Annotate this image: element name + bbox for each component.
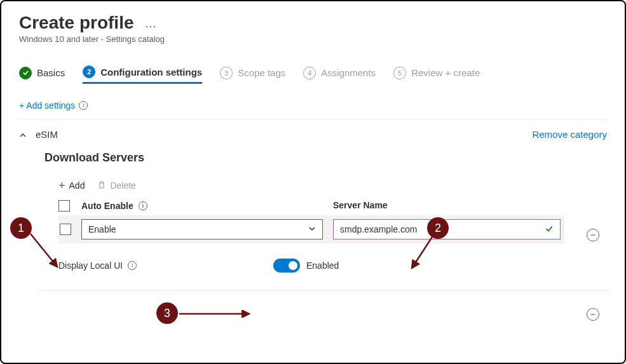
step-basics[interactable]: Basics (19, 67, 65, 79)
category-name: eSIM (36, 129, 58, 140)
more-options-icon[interactable]: ··· (145, 20, 156, 33)
trash-icon (97, 180, 106, 191)
delete-button[interactable]: Delete (97, 180, 135, 191)
check-icon (19, 67, 32, 79)
step-number: 3 (220, 67, 233, 79)
remove-category-link[interactable]: Remove category (532, 129, 607, 140)
step-assignments[interactable]: 4 Assignments (303, 67, 376, 79)
setting-display-local-ui-label: Display Local UI (58, 260, 123, 271)
column-server-name: Server Name (333, 200, 607, 212)
input-value: smdp.example.com (340, 224, 417, 234)
step-label: Review + create (411, 67, 480, 78)
chevron-down-icon (308, 225, 316, 234)
remove-setting-button[interactable] (587, 308, 599, 321)
svg-line-2 (31, 234, 57, 267)
annotation-badge-2: 2 (427, 217, 449, 239)
step-number: 5 (393, 67, 406, 79)
add-settings-link[interactable]: + Add settings (19, 100, 75, 111)
table-row: Enable smdp.example.com (58, 215, 564, 243)
delete-label: Delete (110, 180, 135, 191)
divider (38, 290, 610, 291)
section-heading: Download Servers (44, 151, 607, 165)
info-icon[interactable]: i (128, 261, 137, 270)
add-label: Add (69, 180, 85, 191)
annotation-badge-3: 3 (156, 302, 178, 324)
step-label: Basics (37, 67, 65, 78)
step-configuration-settings[interactable]: 2 Configuration settings (83, 65, 202, 84)
page-title: Create profile (19, 13, 134, 33)
plus-icon: + (58, 180, 65, 191)
remove-section-button[interactable] (587, 229, 599, 241)
step-review-create[interactable]: 5 Review + create (393, 67, 480, 79)
info-icon[interactable]: i (139, 201, 147, 210)
step-label: Scope tags (238, 67, 285, 78)
step-scope-tags[interactable]: 3 Scope tags (220, 67, 285, 79)
row-checkbox[interactable] (60, 224, 71, 235)
step-number: 4 (303, 67, 316, 79)
select-all-checkbox[interactable] (58, 200, 70, 212)
step-number: 2 (83, 65, 95, 78)
display-local-ui-toggle[interactable] (273, 259, 300, 273)
select-value: Enable (88, 224, 116, 234)
valid-icon (545, 224, 554, 235)
wizard-stepper: Basics 2 Configuration settings 3 Scope … (19, 65, 607, 84)
toggle-knob (289, 261, 297, 270)
add-button[interactable]: + Add (58, 180, 85, 191)
auto-enable-select[interactable]: Enable (81, 219, 323, 239)
page-subtitle: Windows 10 and later - Settings catalog (19, 34, 607, 44)
column-auto-enable: Auto Enable (81, 201, 133, 211)
step-label: Assignments (321, 67, 376, 78)
divider (19, 119, 607, 120)
info-icon[interactable]: i (79, 101, 88, 110)
chevron-up-icon[interactable] (19, 131, 27, 138)
step-label: Configuration settings (100, 67, 202, 78)
annotation-badge-1: 1 (10, 217, 32, 239)
toggle-state-label: Enabled (306, 260, 339, 271)
